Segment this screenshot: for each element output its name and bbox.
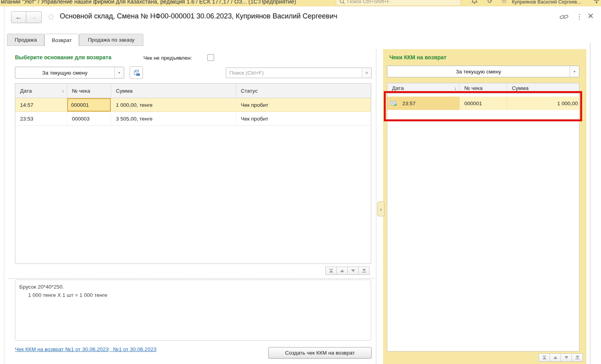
forward-button[interactable]: → xyxy=(26,11,42,23)
check-not-presented-label: Чек не предъявлен: xyxy=(143,55,192,61)
period-select-left-value: За текущую смену xyxy=(15,67,114,78)
scroll-to-top-icon[interactable] xyxy=(539,353,550,362)
column-label: Дата xyxy=(392,85,404,91)
left-search-field[interactable]: × xyxy=(226,68,372,78)
scroll-to-top-icon[interactable] xyxy=(325,267,337,275)
column-label: Дата xyxy=(20,88,32,94)
search-icon xyxy=(339,0,345,4)
cell-number[interactable]: 000001 xyxy=(460,97,507,110)
cell-date[interactable]: 23:53 xyxy=(15,112,67,125)
return-receipts-heading: Чеки ККМ на возврат xyxy=(389,54,446,60)
tab-sale-by-order[interactable]: Продажа по заказу xyxy=(79,34,143,46)
history-nav-group: ← → xyxy=(11,11,42,23)
cell-sum[interactable]: 1 000,00 xyxy=(507,97,579,110)
details-line1: Брусок 20*40*250. xyxy=(19,284,64,290)
column-header-sum[interactable]: Сумма xyxy=(507,83,579,93)
cell-date[interactable]: 23:57 xyxy=(387,97,460,110)
cell-status[interactable]: Чек пробит xyxy=(236,98,371,112)
window-left-border xyxy=(4,6,4,364)
table-header: Дата↓ № чека Сумма xyxy=(387,83,579,93)
current-user[interactable]: Куприянов Василий Сергеев... xyxy=(512,0,581,5)
get-link-icon[interactable] xyxy=(559,14,569,22)
column-label: № чека xyxy=(72,88,90,94)
scroll-to-bottom-icon[interactable] xyxy=(572,353,583,362)
create-return-receipt-button[interactable]: Создать чек ККМ на возврат xyxy=(268,347,372,359)
posted-document-icon xyxy=(390,101,397,106)
history-icon[interactable]: ↺ xyxy=(487,0,492,5)
return-basis-table: Дата↓ № чека Сумма Статус 14:57 000001 1… xyxy=(15,83,371,264)
chevron-down-icon[interactable]: ▼ xyxy=(114,67,124,78)
sort-desc-icon: ↓ xyxy=(62,88,67,93)
cell-number-focused[interactable]: 000001 xyxy=(67,98,111,112)
period-select-right-value: За текущую смену xyxy=(387,66,570,77)
period-select-left[interactable]: За текущую смену ▼ xyxy=(15,67,124,79)
table-scroll-buttons xyxy=(325,267,370,275)
chevron-down-icon[interactable]: ▼ xyxy=(570,66,579,77)
cell-date-value: 23:57 xyxy=(402,101,416,106)
details-line2: 1 000 тенге Х 1 шт = 1 000 тенге xyxy=(19,292,107,298)
app-titlebar: мпании "Уют" / Управление нашей фирмой д… xyxy=(0,0,601,6)
scroll-up-icon[interactable] xyxy=(550,353,561,362)
column-label: № чека xyxy=(464,85,483,91)
column-label: Сумма xyxy=(116,88,132,94)
table-scroll-buttons xyxy=(539,353,583,362)
app-title: мпании "Уют" / Управление нашей фирмой д… xyxy=(1,0,296,5)
cell-number[interactable]: 000003 xyxy=(67,112,111,125)
tab-sale[interactable]: Продажа xyxy=(7,34,44,46)
scroll-up-icon[interactable] xyxy=(336,267,348,275)
table-gap-row xyxy=(387,93,579,97)
column-label: Статус xyxy=(241,88,258,94)
content-right-edge xyxy=(590,42,590,364)
table-row[interactable]: 23:53 000003 3 505,00, тенге Чек пробит xyxy=(15,112,371,126)
user-menu-chevron-icon[interactable]: ▼ xyxy=(594,0,599,5)
table-row-selected[interactable]: 14:57 000001 1 000,00, тенге Чек пробит xyxy=(15,98,371,112)
return-basis-heading: Выберите основание для возврата xyxy=(15,54,111,60)
favorites-star-icon[interactable]: ☆ xyxy=(501,0,507,5)
splitter-expand-handle[interactable]: › xyxy=(377,201,385,216)
receipt-details-box[interactable]: Брусок 20*40*250. 1 000 тенге Х 1 шт = 1… xyxy=(15,280,371,341)
column-header-status[interactable]: Статус xyxy=(236,84,371,98)
sort-desc-icon: ↓ xyxy=(454,86,459,91)
scroll-down-icon[interactable] xyxy=(561,353,572,362)
back-button[interactable]: ← xyxy=(11,11,26,23)
cell-status[interactable]: Чек пробит xyxy=(236,112,371,125)
global-search-placeholder: Поиск Ctrl+Shift+F xyxy=(347,0,390,4)
scroll-to-bottom-icon[interactable] xyxy=(358,267,370,275)
column-header-date[interactable]: Дата↓ xyxy=(15,84,67,98)
hierarchy-icon xyxy=(133,70,140,76)
column-header-number[interactable]: № чека xyxy=(460,83,507,93)
close-icon[interactable]: × xyxy=(588,11,594,21)
table-row-selected[interactable]: 23:57 000001 1 000,00 xyxy=(387,97,579,110)
cell-sum[interactable]: 3 505,00, тенге xyxy=(111,112,236,125)
notifications-bell-icon[interactable] xyxy=(471,0,478,6)
more-menu-icon[interactable]: ⋮ xyxy=(576,13,583,21)
favorite-star-icon[interactable]: ☆ xyxy=(47,11,55,22)
period-select-right[interactable]: За текущую смену ▼ xyxy=(387,66,579,77)
table-header: Дата↓ № чека Сумма Статус xyxy=(15,84,371,98)
column-header-sum[interactable]: Сумма xyxy=(111,84,236,98)
tab-return[interactable]: Возврат xyxy=(44,34,79,47)
cell-date[interactable]: 14:57 xyxy=(15,98,67,112)
list-view-mode-button[interactable] xyxy=(130,66,143,79)
app-window: мпании "Уют" / Управление нашей фирмой д… xyxy=(0,0,601,364)
search-input[interactable] xyxy=(226,68,362,78)
return-receipts-table: Дата↓ № чека Сумма 23:57 000001 1 000,00 xyxy=(387,83,579,351)
section-separator xyxy=(8,278,374,279)
created-receipt-link[interactable]: Чек ККМ на возврат №1 от 30.06.2023; №1 … xyxy=(15,346,156,352)
global-search[interactable]: Поиск Ctrl+Shift+F xyxy=(336,0,461,6)
column-header-number[interactable]: № чека xyxy=(67,84,111,98)
panel-splitter[interactable] xyxy=(376,49,376,364)
scroll-down-icon[interactable] xyxy=(347,267,359,275)
column-header-date[interactable]: Дата↓ xyxy=(387,83,460,93)
column-label: Сумма xyxy=(512,85,528,91)
page-title: Основной склад, Смена № НФ00-000001 30.0… xyxy=(60,12,337,20)
cell-sum[interactable]: 1 000,00, тенге xyxy=(111,98,236,112)
check-not-presented-checkbox[interactable] xyxy=(207,54,214,61)
clear-search-icon[interactable]: × xyxy=(362,68,371,78)
